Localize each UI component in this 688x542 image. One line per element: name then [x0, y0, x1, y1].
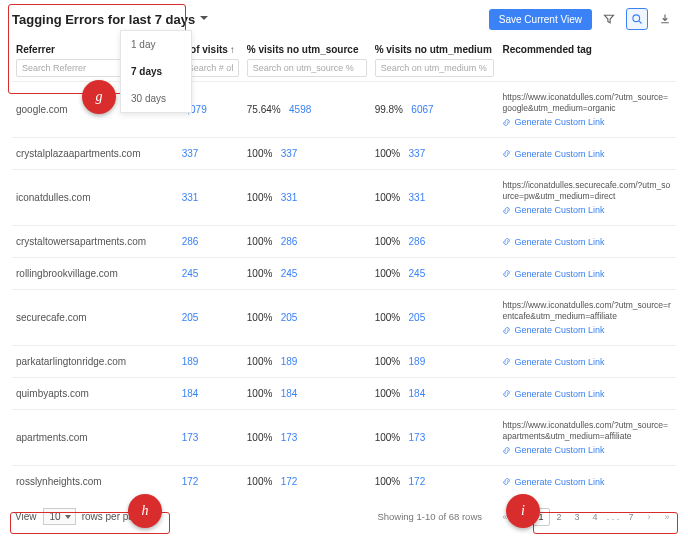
search-button[interactable] [626, 8, 648, 30]
table-row: rosslynheights.com 172 100% 172 100% 172… [12, 466, 676, 498]
no-medium-cell: 100% 173 [371, 410, 499, 466]
no-medium-cell: 100% 205 [371, 290, 499, 346]
page-prev-button[interactable]: ‹ [514, 508, 532, 526]
no-medium-count[interactable]: 189 [409, 356, 426, 367]
table-row: crystaltowersapartments.com 286 100% 286… [12, 226, 676, 258]
col-header-recommended: Recommended tag [498, 38, 676, 82]
visits-cell[interactable]: 189 [178, 346, 243, 378]
dropdown-option-30days[interactable]: 30 days [121, 85, 191, 112]
generate-custom-link-button[interactable]: Generate Custom Link [502, 269, 672, 279]
no-source-count[interactable]: 189 [281, 356, 298, 367]
generate-custom-link-button[interactable]: Generate Custom Link [502, 445, 672, 455]
recommended-tag-text: https://iconatdulles.securecafe.com/?utm… [502, 180, 672, 202]
page-first-button[interactable]: « [496, 508, 514, 526]
page-7-button[interactable]: 7 [622, 508, 640, 526]
no-source-count[interactable]: 4598 [289, 104, 311, 115]
download-button[interactable] [654, 8, 676, 30]
visits-cell[interactable]: 245 [178, 258, 243, 290]
topbar: Tagging Errors for last 7 days 1 day 7 d… [12, 8, 676, 30]
generate-custom-link-button[interactable]: Generate Custom Link [502, 117, 672, 127]
pagination-wrap: Showing 1-10 of 68 rows « ‹ 1234. . .7›» [377, 508, 676, 526]
referrer-cell: parkatarlingtonridge.com [12, 346, 178, 378]
recommended-tag-text: https://www.iconatdulles.com/?utm_source… [502, 420, 672, 442]
save-view-button[interactable]: Save Current View [489, 9, 592, 30]
generate-custom-link-button[interactable]: Generate Custom Link [502, 149, 672, 159]
recommended-cell: Generate Custom Link [498, 258, 676, 290]
date-range-dropdown: 1 day 7 days 30 days [120, 30, 192, 113]
no-medium-count[interactable]: 173 [409, 432, 426, 443]
no-medium-count[interactable]: 172 [409, 476, 426, 487]
visits-cell[interactable]: 337 [178, 138, 243, 170]
no-medium-cell: 100% 172 [371, 466, 499, 498]
no-medium-count[interactable]: 205 [409, 312, 426, 323]
dropdown-option-7days[interactable]: 7 days [121, 58, 191, 85]
table-row: iconatdulles.com 331 100% 331 100% 331 h… [12, 170, 676, 226]
top-actions: Save Current View [489, 8, 676, 30]
no-medium-cell: 100% 245 [371, 258, 499, 290]
no-source-count[interactable]: 205 [281, 312, 298, 323]
visits-cell[interactable]: 173 [178, 410, 243, 466]
download-icon [659, 13, 671, 25]
referrer-cell: rollingbrookvillage.com [12, 258, 178, 290]
visits-cell[interactable]: 331 [178, 170, 243, 226]
generate-custom-link-button[interactable]: Generate Custom Link [502, 389, 672, 399]
generate-custom-link-button[interactable]: Generate Custom Link [502, 477, 672, 487]
no-medium-count[interactable]: 286 [409, 236, 426, 247]
no-source-count[interactable]: 331 [281, 192, 298, 203]
search-medium-input[interactable] [375, 59, 495, 77]
link-icon [502, 269, 511, 278]
no-source-count[interactable]: 172 [281, 476, 298, 487]
rows-suffix: rows per page [82, 511, 145, 522]
no-source-cell: 75.64% 4598 [243, 82, 371, 138]
referrer-cell: iconatdulles.com [12, 170, 178, 226]
page-ellipsis: . . . [604, 508, 622, 526]
recommended-tag-text: https://www.iconatdulles.com/?utm_source… [502, 300, 672, 322]
recommended-cell: https://iconatdulles.securecafe.com/?utm… [498, 170, 676, 226]
generate-custom-link-button[interactable]: Generate Custom Link [502, 205, 672, 215]
data-table: Referrer # of visits↑ % visits no utm_so… [12, 38, 676, 497]
generate-custom-link-button[interactable]: Generate Custom Link [502, 237, 672, 247]
page-next-button[interactable]: › [640, 508, 658, 526]
col-header-no-source[interactable]: % visits no utm_source [243, 38, 371, 82]
page-2-button[interactable]: 2 [550, 508, 568, 526]
filter-icon [603, 13, 615, 25]
no-source-count[interactable]: 337 [281, 148, 298, 159]
visits-cell[interactable]: 172 [178, 466, 243, 498]
no-source-count[interactable]: 184 [281, 388, 298, 399]
page-4-button[interactable]: 4 [586, 508, 604, 526]
table-row: google.com 6,079 75.64% 4598 99.8% 6067 … [12, 82, 676, 138]
dropdown-option-1day[interactable]: 1 day [121, 31, 191, 58]
link-icon [502, 389, 511, 398]
page-1-button[interactable]: 1 [532, 508, 550, 526]
no-medium-count[interactable]: 337 [409, 148, 426, 159]
table-row: rollingbrookvillage.com 245 100% 245 100… [12, 258, 676, 290]
visits-cell[interactable]: 205 [178, 290, 243, 346]
rows-per-page-select[interactable]: 10 [43, 508, 76, 525]
table-row: parkatarlingtonridge.com 189 100% 189 10… [12, 346, 676, 378]
search-source-input[interactable] [247, 59, 367, 77]
no-source-count[interactable]: 173 [281, 432, 298, 443]
link-icon [502, 237, 511, 246]
filter-button[interactable] [598, 8, 620, 30]
sort-asc-icon: ↑ [230, 44, 235, 55]
no-source-count[interactable]: 286 [281, 236, 298, 247]
col-header-no-medium[interactable]: % visits no utm_medium [371, 38, 499, 82]
referrer-cell: crystaltowersapartments.com [12, 226, 178, 258]
no-medium-count[interactable]: 6067 [411, 104, 433, 115]
no-medium-count[interactable]: 184 [409, 388, 426, 399]
generate-custom-link-button[interactable]: Generate Custom Link [502, 357, 672, 367]
no-source-cell: 100% 205 [243, 290, 371, 346]
no-source-count[interactable]: 245 [281, 268, 298, 279]
table-row: crystalplazaapartments.com 337 100% 337 … [12, 138, 676, 170]
visits-cell[interactable]: 286 [178, 226, 243, 258]
title-dropdown-trigger[interactable]: Tagging Errors for last 7 days [12, 12, 209, 27]
page-last-button[interactable]: » [658, 508, 676, 526]
no-medium-count[interactable]: 331 [409, 192, 426, 203]
no-medium-count[interactable]: 245 [409, 268, 426, 279]
page-3-button[interactable]: 3 [568, 508, 586, 526]
referrer-cell: crystalplazaapartments.com [12, 138, 178, 170]
visits-cell[interactable]: 184 [178, 378, 243, 410]
no-source-cell: 100% 172 [243, 466, 371, 498]
referrer-cell: apartments.com [12, 410, 178, 466]
generate-custom-link-button[interactable]: Generate Custom Link [502, 325, 672, 335]
